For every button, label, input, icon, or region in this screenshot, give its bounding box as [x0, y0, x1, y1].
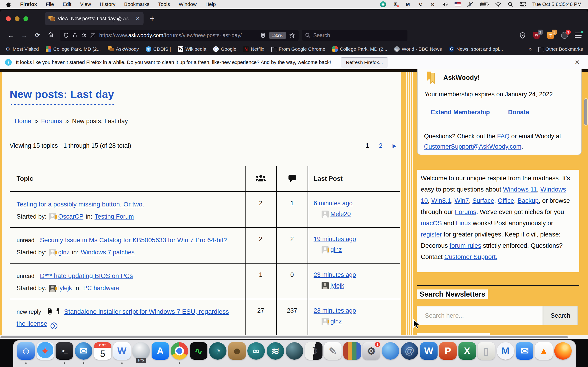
back-button[interactable]: ←	[4, 32, 17, 39]
bluetooth-off-icon[interactable]: ᛒ	[467, 1, 473, 7]
starter-avatar[interactable]	[49, 213, 56, 220]
last-post-avatar[interactable]	[321, 246, 329, 253]
vertical-scrollbar-thumb[interactable]	[584, 99, 587, 125]
notification-close-icon[interactable]: ✕	[574, 59, 583, 66]
home-button[interactable]	[44, 32, 57, 39]
permissions-sliders-icon[interactable]	[81, 33, 87, 38]
lock-icon[interactable]	[72, 33, 78, 38]
dock-time-machine-icon[interactable]: ◔	[209, 342, 227, 364]
wifi-icon[interactable]	[495, 1, 501, 7]
forum-link[interactable]: PC hardware	[83, 285, 120, 292]
dock-firefox-icon[interactable]	[554, 342, 572, 364]
dock-sphere-app-icon[interactable]	[285, 342, 303, 364]
welcome-link-backup[interactable]: Backup	[518, 197, 539, 204]
bookmark-cddis-[interactable]: ⊕CDDIS |	[146, 46, 171, 52]
dock-globe-app-icon[interactable]	[381, 342, 399, 364]
bookmark-google[interactable]: GGoogle	[213, 46, 236, 52]
topic-title-link[interactable]: D*** hate updating BIOS on PCs	[40, 272, 133, 279]
spotlight-search-icon[interactable]	[508, 1, 514, 7]
last-post-avatar[interactable]	[321, 211, 329, 218]
new-tab-button[interactable]: +	[149, 14, 155, 23]
other-bookmarks-folder[interactable]: Other Bookmarks	[538, 46, 583, 52]
menu-item-help[interactable]: Help	[205, 1, 216, 7]
last-post-avatar[interactable]	[321, 282, 329, 289]
menu-item-window[interactable]: Window	[179, 1, 197, 7]
dock-finder-icon[interactable]: ☺	[17, 342, 35, 364]
tab-close-icon[interactable]: ✕	[136, 16, 140, 22]
orange-extension-icon[interactable]: ☂ 1	[547, 31, 554, 39]
welcome-link-linux[interactable]: Linux	[456, 219, 471, 227]
menu-item-tools[interactable]: Tools	[158, 1, 170, 7]
welcome-link-office[interactable]: Office	[498, 197, 514, 204]
reload-button[interactable]: ⟳	[31, 32, 44, 39]
starter-user-link[interactable]: glnz	[58, 249, 70, 256]
dock-utility-app-icon[interactable]: ⚙1	[362, 342, 380, 364]
search-bar[interactable]: Search	[302, 30, 407, 41]
bookmark-college-park-md-2-[interactable]: College Park, MD (2...	[46, 46, 101, 52]
welcome-link-windows-11[interactable]: Windows 11	[503, 186, 537, 193]
minimize-window-button[interactable]	[15, 16, 19, 21]
topic-title-link[interactable]: Testing for a possibly missing button. O…	[17, 201, 144, 208]
last-post-user-link[interactable]: glnz	[330, 246, 342, 253]
faq-link[interactable]: FAQ	[497, 133, 510, 140]
menu-item-firefox[interactable]: Firefox	[20, 1, 37, 7]
dock-vlc-icon[interactable]: ▲	[535, 342, 553, 364]
url-bar[interactable]: https://www.askwoody.com/forums/view/new…	[60, 30, 299, 41]
images-blocked-icon[interactable]	[90, 33, 96, 38]
last-post-user-link[interactable]: Mele20	[330, 211, 351, 218]
dock-terminal-icon[interactable]: >_	[55, 342, 73, 364]
dock-app-store-icon[interactable]: A	[151, 342, 169, 364]
zoom-level-badge[interactable]: 133%	[269, 32, 286, 39]
forward-button[interactable]: →	[17, 32, 31, 39]
menu-hamburger-icon[interactable]	[575, 33, 582, 38]
dock-contacts-app-icon[interactable]: ☻	[228, 342, 246, 364]
mullvad-m-icon[interactable]: M	[405, 1, 411, 7]
dock-pills-app-icon[interactable]: ∞	[247, 342, 265, 364]
input-source-us-flag-icon[interactable]	[455, 2, 461, 6]
dock-word-icon[interactable]: W	[420, 342, 438, 364]
bookmarks-overflow-chevron[interactable]: »	[528, 46, 531, 52]
starter-avatar[interactable]	[49, 249, 56, 256]
dock-thunderbird-icon[interactable]: ✉	[75, 342, 93, 364]
dock-reading-app-icon[interactable]: ☽	[305, 342, 323, 364]
apple-menu-icon[interactable]	[6, 1, 11, 7]
bookmark-news-sport-and-opi-[interactable]: GNews, sport and opi...	[449, 46, 503, 52]
refresh-firefox-button[interactable]: Refresh Firefox...	[341, 57, 388, 67]
newsletter-search-button[interactable]: Search	[543, 306, 578, 325]
dock-chrome-icon[interactable]	[170, 342, 188, 364]
volume-icon[interactable]	[442, 1, 448, 7]
last-post-avatar[interactable]	[321, 318, 329, 325]
welcome-link-register[interactable]: register	[421, 231, 442, 238]
welcome-link-forum-rules[interactable]: forum rules	[450, 242, 481, 249]
active-tab[interactable]: View: New posts: Last day @ As ✕	[45, 12, 144, 25]
reader-view-icon[interactable]	[260, 33, 266, 38]
fullscreen-window-button[interactable]	[23, 16, 28, 21]
adblock-extension-icon[interactable]: w 2	[533, 31, 540, 39]
menu-item-file[interactable]: File	[46, 1, 54, 7]
pagination-next-icon[interactable]: ▶	[393, 143, 397, 149]
menu-item-edit[interactable]: Edit	[63, 1, 71, 7]
battery-icon[interactable]: ϟ	[480, 1, 489, 7]
dark-extension-icon[interactable]: 3	[561, 31, 569, 39]
teal-app-icon[interactable]: ◉	[380, 1, 386, 7]
shield-extension-icon[interactable]	[519, 31, 527, 39]
breadcrumb-home-link[interactable]: Home	[15, 118, 31, 125]
dock-calendar-icon[interactable]: OCT5	[94, 342, 112, 364]
forum-link[interactable]: Windows 7 patches	[81, 249, 135, 256]
bookmark-college-park-md-2-[interactable]: College Park, MD (2...	[332, 46, 387, 52]
last-post-time-link[interactable]: 23 minutes ago	[314, 271, 356, 278]
last-post-user-link[interactable]: glnz	[330, 318, 342, 325]
welcome-link-win7[interactable]: Win7	[455, 197, 469, 204]
menubar-clock[interactable]: Tue Oct 5 8:35:46 PM	[532, 1, 582, 7]
bookmark-netflix[interactable]: NNetflix	[243, 46, 264, 52]
url-text[interactable]: https://www.askwoody.com/forums/view/new…	[99, 32, 257, 39]
breadcrumb-forums-link[interactable]: Forums	[41, 118, 62, 125]
menu-item-history[interactable]: History	[100, 1, 115, 7]
rook-app-icon[interactable]: ♜	[393, 1, 398, 7]
goto-last-unread-icon[interactable]: ❯	[51, 323, 57, 329]
last-post-user-link[interactable]: lylejk	[330, 282, 344, 289]
menu-item-view[interactable]: View	[80, 1, 91, 7]
close-window-button[interactable]	[6, 16, 11, 21]
horizontal-scrollbar-thumb[interactable]	[0, 336, 568, 338]
welcome-link-surface[interactable]: Surface	[473, 197, 494, 204]
